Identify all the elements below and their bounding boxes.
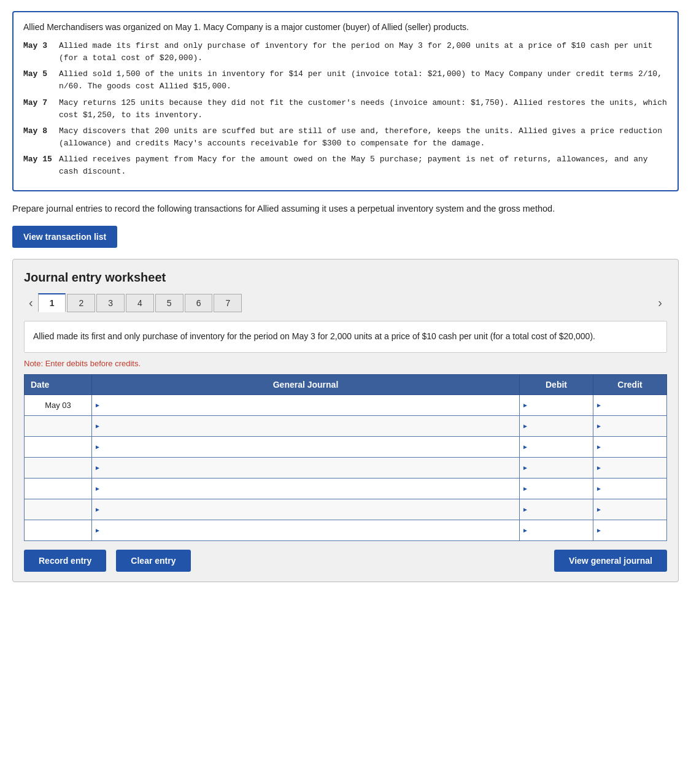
credit-input[interactable] [593,437,666,457]
debit-input[interactable] [520,478,593,499]
debit-cell[interactable]: ► [520,499,593,520]
date-cell: May 03 [25,394,92,415]
record-entry-button[interactable]: Record entry [24,550,106,572]
tab-1[interactable]: 1 [38,293,66,312]
cell-arrow-indicator: ► [95,423,101,429]
prepare-text: Prepare journal entries to record the fo… [12,202,679,216]
worksheet-container: Journal entry worksheet ‹ 1234567› Allie… [12,259,679,582]
col-credit: Credit [593,374,667,394]
journal-table: Date General Journal Debit Credit May 03… [24,374,667,541]
credit-arrow-indicator: ► [596,464,602,471]
next-tab-button[interactable]: › [653,293,667,312]
credit-cell[interactable]: ► [593,520,667,540]
debit-cell[interactable]: ► [520,457,593,478]
debit-arrow-indicator: ► [522,423,528,429]
tab-3[interactable]: 3 [96,294,125,312]
table-row: ►►► [25,436,667,457]
journal-cell[interactable]: ► [92,436,520,457]
tab-5[interactable]: 5 [155,294,183,312]
transaction-item: May 7Macy returns 125 units because they… [23,97,668,121]
debit-cell[interactable]: ► [520,478,593,499]
transaction-date: May 3 [23,40,59,64]
credit-input[interactable] [593,478,666,499]
transaction-item: May 8Macy discovers that 200 units are s… [23,125,668,150]
transaction-text: Macy discovers that 200 units are scuffe… [59,125,668,150]
col-date: Date [25,374,92,394]
tab-2[interactable]: 2 [67,294,95,312]
worksheet-title: Journal entry worksheet [24,271,667,285]
cell-arrow-indicator: ► [95,485,101,492]
journal-cell[interactable]: ► [92,499,520,520]
journal-cell[interactable]: ► [92,457,520,478]
cell-arrow-indicator: ► [95,402,101,409]
debit-input[interactable] [520,437,593,457]
table-body: May 03►►►►►►►►►►►►►►►►►►►►► [25,394,667,540]
credit-cell[interactable]: ► [593,415,667,436]
date-cell [25,436,92,457]
debit-cell[interactable]: ► [520,520,593,540]
journal-input[interactable] [92,395,519,415]
debit-arrow-indicator: ► [522,402,528,409]
credit-input[interactable] [593,395,666,415]
view-general-journal-button[interactable]: View general journal [554,550,667,572]
credit-cell[interactable]: ► [593,499,667,520]
tab-4[interactable]: 4 [126,294,154,312]
transaction-date: May 7 [23,97,59,121]
transaction-item: May 3Allied made its first and only purc… [23,40,668,64]
journal-input[interactable] [92,520,519,540]
date-cell [25,457,92,478]
debit-arrow-indicator: ► [522,464,528,471]
tab-7[interactable]: 7 [214,294,242,312]
transaction-text: Macy returns 125 units because they did … [59,97,668,121]
transaction-date: May 5 [23,68,59,93]
date-cell [25,520,92,540]
credit-input[interactable] [593,499,666,520]
transaction-item: May 5Allied sold 1,500 of the units in i… [23,68,668,93]
journal-cell[interactable]: ► [92,520,520,540]
cell-arrow-indicator: ► [95,464,101,471]
col-debit: Debit [520,374,593,394]
journal-input[interactable] [92,458,519,478]
transaction-text: Allied made its first and only purchase … [59,40,668,64]
journal-cell[interactable]: ► [92,478,520,499]
debit-input[interactable] [520,520,593,540]
credit-input[interactable] [593,416,666,436]
debit-input[interactable] [520,499,593,520]
journal-input[interactable] [92,437,519,457]
debit-arrow-indicator: ► [522,444,528,450]
view-transaction-button[interactable]: View transaction list [12,226,117,248]
tab-6[interactable]: 6 [185,294,213,312]
scenario-text: Allied made its first and only purchase … [33,331,595,341]
note-text: Note: Enter debits before credits. [24,359,667,368]
journal-input[interactable] [92,416,519,436]
credit-cell[interactable]: ► [593,394,667,415]
scenario-box: Allied made its first and only purchase … [24,321,667,353]
debit-cell[interactable]: ► [520,394,593,415]
transaction-list: May 3Allied made its first and only purc… [23,40,668,178]
credit-input[interactable] [593,458,666,478]
debit-arrow-indicator: ► [522,506,528,513]
credit-cell[interactable]: ► [593,436,667,457]
journal-input[interactable] [92,499,519,520]
col-general-journal: General Journal [92,374,520,394]
credit-input[interactable] [593,520,666,540]
cell-arrow-indicator: ► [95,506,101,513]
debit-cell[interactable]: ► [520,436,593,457]
clear-entry-button[interactable]: Clear entry [116,550,190,572]
debit-input[interactable] [520,416,593,436]
journal-cell[interactable]: ► [92,394,520,415]
debit-input[interactable] [520,458,593,478]
table-row: ►►► [25,457,667,478]
prev-tab-button[interactable]: ‹ [24,293,38,312]
debit-cell[interactable]: ► [520,415,593,436]
table-row: ►►► [25,415,667,436]
tab-nav: ‹ 1234567› [24,293,667,312]
credit-cell[interactable]: ► [593,478,667,499]
table-row: ►►► [25,478,667,499]
table-header: Date General Journal Debit Credit [25,374,667,394]
credit-cell[interactable]: ► [593,457,667,478]
journal-cell[interactable]: ► [92,415,520,436]
journal-input[interactable] [92,478,519,499]
debit-input[interactable] [520,395,593,415]
date-cell [25,478,92,499]
